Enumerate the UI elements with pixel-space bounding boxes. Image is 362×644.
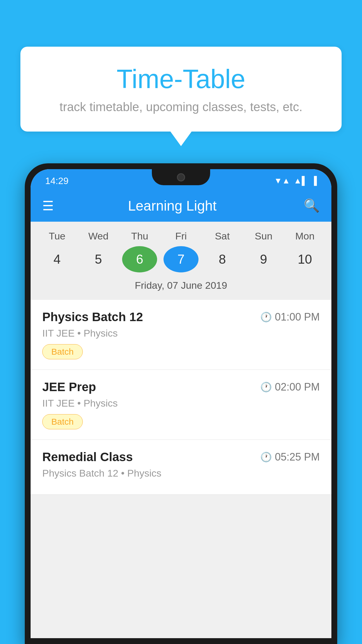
- class-time-2: 🕐 02:00 PM: [260, 381, 320, 393]
- selected-date-label: Friday, 07 June 2019: [36, 277, 326, 297]
- class-subtitle-1: IIT JEE • Physics: [42, 328, 320, 339]
- status-time: 14:29: [45, 176, 68, 186]
- day-headers: Tue Wed Thu Fri Sat Sun Mon: [36, 230, 326, 242]
- app-bar: ☰ Learning Light 🔍: [31, 190, 331, 222]
- classes-list: Physics Batch 12 🕐 01:00 PM IIT JEE • Ph…: [31, 300, 331, 495]
- day-label-fri: Fri: [164, 230, 198, 242]
- day-4[interactable]: 4: [40, 246, 75, 272]
- class-item-3[interactable]: Remedial Class 🕐 05:25 PM Physics Batch …: [31, 440, 331, 495]
- day-label-wed: Wed: [81, 230, 116, 242]
- class-item-2[interactable]: JEE Prep 🕐 02:00 PM IIT JEE • Physics Ba…: [31, 370, 331, 440]
- day-7-selected[interactable]: 7: [164, 246, 198, 272]
- clock-icon-3: 🕐: [260, 452, 272, 463]
- class-subtitle-3: Physics Batch 12 • Physics: [42, 468, 320, 479]
- batch-tag-1: Batch: [42, 344, 83, 359]
- wifi-icon: ▼▲: [274, 176, 290, 186]
- app-title: Learning Light: [54, 198, 291, 214]
- day-9[interactable]: 9: [246, 246, 281, 272]
- day-label-thu: Thu: [122, 230, 157, 242]
- search-icon[interactable]: 🔍: [304, 198, 320, 213]
- status-icons: ▼▲ ▲▌ ▐: [274, 176, 317, 186]
- day-8[interactable]: 8: [205, 246, 240, 272]
- battery-icon: ▐: [311, 176, 317, 186]
- speech-bubble: Time-Table track timetable, upcoming cla…: [20, 47, 342, 132]
- class-time-3: 🕐 05:25 PM: [260, 451, 320, 463]
- menu-icon[interactable]: ☰: [42, 198, 54, 213]
- class-name-1: Physics Batch 12: [42, 310, 143, 324]
- day-10[interactable]: 10: [287, 246, 322, 272]
- day-label-mon: Mon: [287, 230, 322, 242]
- day-label-tue: Tue: [40, 230, 75, 242]
- class-subtitle-2: IIT JEE • Physics: [42, 398, 320, 409]
- signal-icon: ▲▌: [294, 176, 308, 186]
- day-5[interactable]: 5: [81, 246, 116, 272]
- bubble-subtitle: track timetable, upcoming classes, tests…: [44, 100, 318, 114]
- day-6-today[interactable]: 6: [122, 246, 157, 272]
- phone-frame: 14:29 ▼▲ ▲▌ ▐ ☰ Learning Light 🔍 Tue Wed…: [25, 163, 337, 644]
- day-numbers: 4 5 6 7 8 9 10: [36, 246, 326, 272]
- speech-bubble-container: Time-Table track timetable, upcoming cla…: [20, 47, 342, 132]
- class-name-3: Remedial Class: [42, 450, 133, 464]
- class-header-2: JEE Prep 🕐 02:00 PM: [42, 380, 320, 394]
- batch-tag-2: Batch: [42, 414, 83, 429]
- bubble-title: Time-Table: [44, 64, 318, 94]
- camera: [177, 173, 185, 181]
- day-label-sun: Sun: [246, 230, 281, 242]
- phone-inner: 14:29 ▼▲ ▲▌ ▐ ☰ Learning Light 🔍 Tue Wed…: [31, 169, 331, 638]
- class-header-3: Remedial Class 🕐 05:25 PM: [42, 450, 320, 464]
- class-header-1: Physics Batch 12 🕐 01:00 PM: [42, 310, 320, 324]
- class-time-1: 🕐 01:00 PM: [260, 311, 320, 323]
- clock-icon-2: 🕐: [260, 382, 272, 393]
- class-name-2: JEE Prep: [42, 380, 96, 394]
- class-item-1[interactable]: Physics Batch 12 🕐 01:00 PM IIT JEE • Ph…: [31, 300, 331, 370]
- clock-icon-1: 🕐: [260, 312, 272, 323]
- day-label-sat: Sat: [205, 230, 240, 242]
- phone-notch: [152, 169, 210, 185]
- calendar-section: Tue Wed Thu Fri Sat Sun Mon 4 5 6 7 8 9 …: [31, 222, 331, 300]
